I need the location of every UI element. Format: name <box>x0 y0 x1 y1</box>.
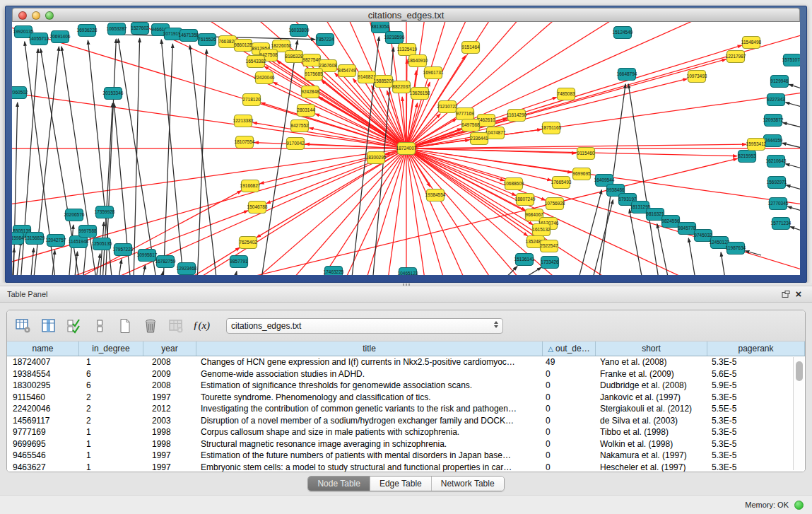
graph-node-label: 13156829 <box>25 235 45 240</box>
column-header-name[interactable]: name <box>7 341 79 356</box>
graph-node-label: 9827546 <box>302 57 321 62</box>
new-column-button[interactable] <box>116 317 134 335</box>
graph-edge <box>406 148 505 181</box>
column-header-title[interactable]: title <box>196 341 543 356</box>
close-panel-icon[interactable]: × <box>792 288 805 300</box>
graph-edge <box>95 254 100 275</box>
network-window-titlebar[interactable]: citations_edges.txt <box>12 8 800 22</box>
graph-node-label: 7485083 <box>557 91 575 96</box>
graph-node-label: 17359928 <box>95 209 115 214</box>
network-canvas[interactable]: 1992013514055712206914061693622810653287… <box>12 22 800 275</box>
graph-node-label: 16782759 <box>155 259 176 264</box>
column-header-in_degree[interactable]: in_degree <box>79 341 143 356</box>
table-selector-dropdown[interactable]: citations_edges.txt <box>226 318 503 334</box>
graph-edge <box>197 49 206 275</box>
graph-node-label: 9684067 <box>525 212 543 217</box>
table-cell: 2003 <box>143 415 196 427</box>
graph-node-label: 7462610 <box>477 117 495 122</box>
graph-edge <box>30 248 34 275</box>
table-cell: de Silva et al. (2003) <box>596 415 707 427</box>
graph-node-label: 19218596 <box>384 35 405 40</box>
graph-node-label: 9242848 <box>301 89 319 94</box>
delete-column-button[interactable] <box>141 317 160 335</box>
graph-node-label: 16543382 <box>246 59 266 64</box>
column-header-label: pagerank <box>738 344 773 354</box>
graph-edge <box>789 84 800 88</box>
table-row[interactable]: 1872400712008Changes of HCN gene express… <box>7 356 805 368</box>
table-cell: Disruption of a novel member of a sodium… <box>196 415 543 427</box>
graph-node-label: 18640910 <box>408 58 428 63</box>
graph-node-label: 14671358 <box>179 33 199 37</box>
splitter-handle[interactable] <box>403 284 410 286</box>
row-toggle-button[interactable] <box>90 317 109 335</box>
column-header-pagerank[interactable]: pagerank <box>707 341 805 356</box>
table-row[interactable]: 1938455462009Genome-wide association stu… <box>7 368 805 380</box>
column-header-year[interactable]: year <box>143 341 196 356</box>
table-cell: 1997 <box>143 450 196 462</box>
graph-node-label: 12213383 <box>233 118 254 123</box>
graph-node-label: 18751165 <box>541 125 562 130</box>
table-row[interactable]: 1830029562008Estimation of significance … <box>7 380 805 392</box>
graph-node-label: 9777169 <box>456 111 474 116</box>
table-row[interactable]: 946362711997Embryonic stem cells: a mode… <box>7 462 805 473</box>
table-row[interactable]: 977716911998Corpus callosum shape and si… <box>7 426 805 438</box>
close-button[interactable] <box>18 11 27 20</box>
tab-network-table[interactable]: Network Table <box>432 477 504 491</box>
delete-table-button[interactable] <box>167 317 185 335</box>
graph-node-label: 18807249 <box>515 197 536 201</box>
select-columns-button[interactable] <box>65 317 83 335</box>
minimize-button[interactable] <box>32 11 40 20</box>
table-cell: 6 <box>79 380 143 392</box>
window-title: citations_edges.txt <box>368 10 445 21</box>
table-cell: 18300295 <box>7 380 79 392</box>
graph-node-label: 15885209 <box>374 78 394 83</box>
table-row[interactable]: 2242004622012Investigating the contribut… <box>7 403 805 415</box>
table-row[interactable]: 946554611997Estimation of the future num… <box>7 450 805 462</box>
network-window: citations_edges.txt 19920135140557122069… <box>5 6 807 283</box>
table-cell: 9777169 <box>7 426 79 438</box>
tab-node-table[interactable]: Node Table <box>308 477 370 491</box>
table-cell: Estimation of the future numbers of pati… <box>196 450 543 462</box>
table-cell: Embryonic stem cells: a model to study s… <box>196 462 543 473</box>
table-selector-value: citations_edges.txt <box>231 321 301 331</box>
table-cell: 0 <box>543 462 596 473</box>
table-cell: 0 <box>543 438 596 450</box>
table-row[interactable]: 969969511998Structural magnetic resonanc… <box>7 438 805 450</box>
graph-edge <box>406 144 746 148</box>
float-panel-icon[interactable] <box>779 288 792 300</box>
graph-node-label: 9129946 <box>770 78 789 83</box>
show-column-button[interactable] <box>40 317 58 335</box>
column-header-short[interactable]: short <box>596 341 707 356</box>
graph-node-label: 1615132 <box>532 227 551 232</box>
table-cell: 5.3E-5 <box>707 462 805 473</box>
zoom-button[interactable] <box>45 11 54 20</box>
column-header-out_de[interactable]: △out_de… <box>543 341 596 356</box>
network-graph[interactable]: 1992013514055712206914061693622810653287… <box>12 22 800 275</box>
scrollbar-thumb[interactable] <box>796 361 803 381</box>
table-cell: 1998 <box>143 426 196 438</box>
graph-node-label: 9745032 <box>694 233 712 238</box>
graph-edge <box>785 164 800 168</box>
graph-node-label: 15771234 <box>771 221 792 226</box>
graph-edge <box>657 224 669 275</box>
table-mode-button[interactable] <box>14 317 33 335</box>
table-cell: 9115460 <box>7 392 79 404</box>
status-bar: Memory: OK <box>0 495 812 514</box>
graph-node-label: 10688609 <box>504 181 524 186</box>
graph-node-label: 19166827 <box>240 183 261 188</box>
graph-edge <box>134 38 140 275</box>
table-cell: 2009 <box>143 368 196 380</box>
table-row[interactable]: 911546021997Tourette syndrome. Phenomeno… <box>7 392 805 404</box>
table-cell: 5.3E-5 <box>707 415 805 427</box>
graph-edge <box>118 259 122 275</box>
function-builder-button[interactable]: ƒ(x) <box>192 317 211 335</box>
graph-node-label: 9115460 <box>577 151 595 156</box>
graph-node-label: 15046788 <box>247 204 268 209</box>
table-row[interactable]: 1456911722003Disruption of a novel membe… <box>7 415 805 427</box>
graph-node-label: 17957223 <box>113 247 134 252</box>
vertical-scrollbar[interactable] <box>793 357 804 470</box>
graph-node-label: 19920135 <box>13 29 34 34</box>
tab-edge-table[interactable]: Edge Table <box>370 477 432 491</box>
graph-node-label: 11325419 <box>397 47 418 52</box>
table-cell: 5.3E-5 <box>707 438 805 450</box>
